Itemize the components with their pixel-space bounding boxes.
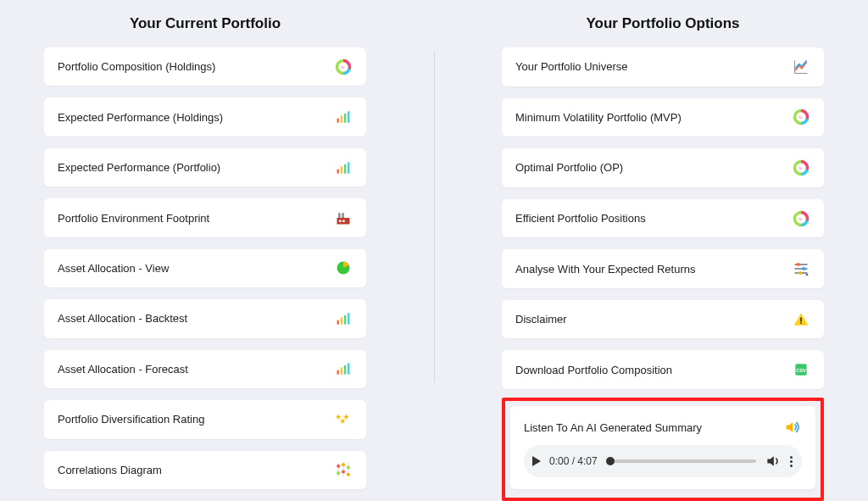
csv-icon: [792, 360, 810, 379]
card-label: Analyse With Your Expected Returns: [515, 263, 695, 276]
card-asset-allocation-view[interactable]: Asset Allocation - View: [44, 249, 366, 287]
right-title: Your Portfolio Options: [502, 15, 824, 32]
card-label: Portfolio Composition (Holdings): [58, 60, 215, 73]
bar-chart-icon: [334, 159, 353, 177]
donut-icon: [792, 209, 810, 228]
stars-icon: [334, 410, 353, 429]
card-label: Download Portfolio Composition: [515, 364, 672, 376]
card-expected-performance-portfolio[interactable]: Expected Performance (Portfolio): [44, 148, 366, 186]
line-chart-icon: [792, 58, 810, 76]
volume-button[interactable]: [765, 453, 782, 470]
card-label: Disclaimer: [515, 313, 567, 326]
bar-chart-icon: [334, 108, 353, 126]
slider-icon: [792, 259, 810, 278]
left-title: Your Current Portfolio: [44, 15, 366, 32]
donut-icon: [792, 159, 810, 177]
audio-player[interactable]: 0:00 / 4:07: [524, 445, 802, 477]
card-analyse-expected-returns[interactable]: Analyse With Your Expected Returns: [502, 249, 824, 288]
card-portfolio-composition[interactable]: Portfolio Composition (Holdings): [44, 47, 366, 86]
speaker-icon: [783, 418, 802, 437]
card-label: Your Portfolio Universe: [515, 60, 627, 73]
pie-chart-icon: [334, 259, 353, 277]
card-optimal-portfolio[interactable]: Optimal Portfolio (OP): [502, 148, 824, 187]
left-column: Your Current Portfolio Portfolio Composi…: [44, 15, 366, 501]
card-label: Minimum Volatility Portfolio (MVP): [515, 111, 682, 124]
audio-time: 0:00 / 4:07: [549, 455, 598, 467]
card-disclaimer[interactable]: Disclaimer: [502, 300, 824, 339]
card-expected-performance-holdings[interactable]: Expected Performance (Holdings): [44, 97, 366, 136]
right-column: Your Portfolio Options Your Portfolio Un…: [502, 15, 824, 501]
ai-summary-highlight: Listen To An AI Generated Summary 0:00 /…: [502, 398, 824, 501]
card-label: Optimal Portfolio (OP): [515, 161, 623, 174]
card-label: Asset Allocation - Backtest: [58, 312, 187, 325]
donut-icon: [334, 58, 353, 76]
card-efficient-positions[interactable]: Efficient Portfolio Positions: [502, 199, 824, 238]
dots-icon: [334, 460, 353, 479]
card-environment-footprint[interactable]: Portfolio Environment Footprint: [44, 198, 366, 237]
card-asset-allocation-forecast[interactable]: Asset Allocation - Forecast: [44, 350, 366, 388]
card-label: Listen To An AI Generated Summary: [524, 421, 702, 434]
column-divider: [434, 51, 435, 382]
warning-icon: [792, 310, 810, 329]
donut-icon: [792, 108, 810, 126]
card-label: Expected Performance (Holdings): [58, 111, 223, 124]
card-ai-summary[interactable]: Listen To An AI Generated Summary 0:00 /…: [510, 406, 815, 489]
card-label: Asset Allocation - View: [58, 262, 169, 275]
audio-more-button[interactable]: [790, 456, 793, 467]
card-label: Asset Allocation - Forecast: [58, 363, 188, 376]
play-button[interactable]: [532, 456, 541, 466]
card-diversification-rating[interactable]: Portfolio Diversification Rating: [44, 400, 366, 438]
card-label: Efficient Portfolio Positions: [515, 212, 646, 225]
card-label: Portfolio Environment Footprint: [58, 212, 209, 225]
bar-chart-icon: [334, 309, 353, 328]
factory-icon: [334, 209, 353, 227]
card-correlations-diagram[interactable]: Correlations Diagram: [44, 451, 366, 489]
card-label: Portfolio Diversification Rating: [58, 413, 204, 426]
audio-seek-bar[interactable]: [606, 459, 756, 463]
bar-chart-icon: [334, 359, 353, 378]
card-label: Correlations Diagram: [58, 464, 162, 476]
card-mvp[interactable]: Minimum Volatility Portfolio (MVP): [502, 98, 824, 137]
card-download-composition[interactable]: Download Portfolio Composition: [502, 350, 824, 389]
card-portfolio-universe[interactable]: Your Portfolio Universe: [502, 47, 824, 86]
card-asset-allocation-backtest[interactable]: Asset Allocation - Backtest: [44, 299, 366, 337]
card-label: Expected Performance (Portfolio): [58, 161, 220, 174]
